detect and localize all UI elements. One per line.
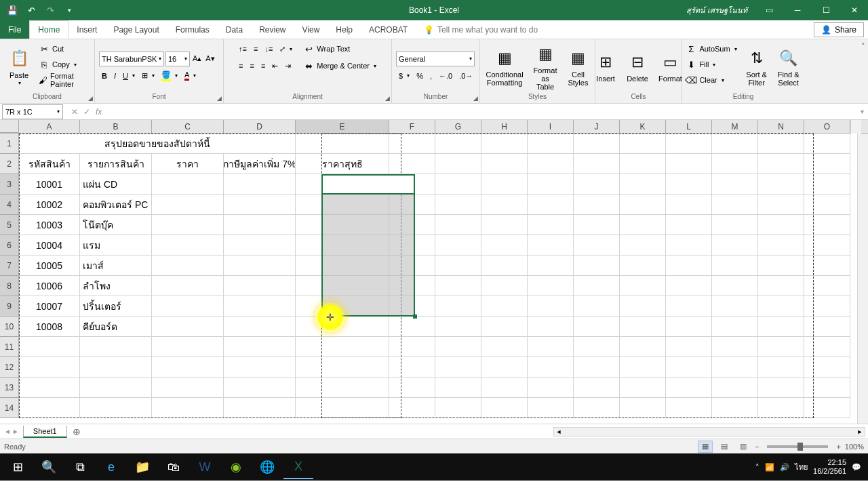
collapse-ribbon-button[interactable]: ˄ bbox=[861, 42, 865, 51]
cell-L6[interactable] bbox=[666, 235, 712, 256]
row-header-2[interactable]: 2 bbox=[0, 154, 19, 174]
cell-E7[interactable] bbox=[296, 256, 389, 276]
cell-I12[interactable] bbox=[528, 357, 574, 378]
zoom-out-button[interactable]: − bbox=[755, 443, 759, 451]
cell-A4[interactable]: 10002 bbox=[19, 195, 80, 215]
cell-J3[interactable] bbox=[574, 174, 620, 195]
cell-I1[interactable] bbox=[528, 134, 574, 154]
cell-F12[interactable] bbox=[389, 357, 435, 378]
cell-K2[interactable] bbox=[620, 154, 666, 174]
file-explorer-icon[interactable]: 📁 bbox=[127, 455, 157, 479]
sheet-tab-sheet1[interactable]: Sheet1 bbox=[23, 426, 67, 438]
cell-K11[interactable] bbox=[620, 337, 666, 357]
align-bottom-button[interactable]: ↓≡ bbox=[262, 41, 275, 56]
cell-D10[interactable] bbox=[224, 317, 296, 337]
cell-G6[interactable] bbox=[435, 235, 481, 256]
pagebreak-view-button[interactable]: ▥ bbox=[736, 441, 751, 453]
cell-H6[interactable] bbox=[481, 235, 528, 256]
copy-button[interactable]: ⎘Copy▾ bbox=[36, 57, 90, 72]
cell-N7[interactable] bbox=[758, 256, 804, 276]
cell-O11[interactable] bbox=[804, 337, 850, 357]
excel-icon[interactable]: X bbox=[283, 455, 313, 479]
tray-network-icon[interactable]: 📶 bbox=[765, 463, 774, 472]
col-header-A[interactable]: A bbox=[19, 120, 80, 133]
alignment-launcher[interactable]: ◢ bbox=[385, 95, 390, 102]
cell-M6[interactable] bbox=[712, 235, 758, 256]
cell-J5[interactable] bbox=[574, 215, 620, 235]
zoom-value[interactable]: 100% bbox=[845, 443, 864, 451]
cell-C5[interactable] bbox=[152, 215, 224, 235]
cell-K7[interactable] bbox=[620, 256, 666, 276]
formula-input[interactable] bbox=[102, 104, 856, 119]
cell-J6[interactable] bbox=[574, 235, 620, 256]
tray-language-icon[interactable]: ไทย bbox=[795, 461, 808, 473]
cell-K8[interactable] bbox=[620, 276, 666, 296]
italic-button[interactable]: I bbox=[111, 68, 119, 83]
cell-H12[interactable] bbox=[481, 357, 528, 378]
cell-O6[interactable] bbox=[804, 235, 850, 256]
cell-C8[interactable] bbox=[152, 276, 224, 296]
cell-H4[interactable] bbox=[481, 195, 528, 215]
cell-F8[interactable] bbox=[389, 276, 435, 296]
increase-decimal-button[interactable]: ←.0 bbox=[436, 68, 455, 83]
font-size-select[interactable]: 16▾ bbox=[165, 52, 190, 66]
cell-E6[interactable] bbox=[296, 235, 389, 256]
cell-N9[interactable] bbox=[758, 296, 804, 317]
cell-H2[interactable] bbox=[481, 154, 528, 174]
cell-I8[interactable] bbox=[528, 276, 574, 296]
font-launcher[interactable]: ◢ bbox=[217, 95, 222, 102]
tab-help[interactable]: Help bbox=[328, 20, 361, 39]
cell-E9[interactable] bbox=[296, 296, 389, 317]
cell-A13[interactable] bbox=[19, 378, 80, 398]
cell-F4[interactable] bbox=[389, 195, 435, 215]
cell-F7[interactable] bbox=[389, 256, 435, 276]
font-name-select[interactable]: TH SarabunPSK▾ bbox=[99, 52, 164, 66]
tell-me[interactable]: 💡Tell me what you want to do bbox=[416, 20, 546, 39]
sort-filter-button[interactable]: ⇅Sort & Filter bbox=[742, 41, 772, 93]
comma-button[interactable]: , bbox=[427, 68, 435, 83]
cell-K5[interactable] bbox=[620, 215, 666, 235]
cell-D14[interactable] bbox=[224, 398, 296, 418]
tray-expand-icon[interactable]: ˄ bbox=[755, 463, 760, 472]
fill-color-button[interactable]: 🪣▾ bbox=[159, 68, 180, 83]
cell-I4[interactable] bbox=[528, 195, 574, 215]
cell-H7[interactable] bbox=[481, 256, 528, 276]
align-right-button[interactable]: ≡ bbox=[258, 58, 268, 73]
task-view-button[interactable]: ⧉ bbox=[65, 455, 95, 479]
cell-D8[interactable] bbox=[224, 276, 296, 296]
cell-B14[interactable] bbox=[80, 398, 152, 418]
orientation-button[interactable]: ⤢▾ bbox=[277, 41, 295, 56]
number-launcher[interactable]: ◢ bbox=[473, 95, 478, 102]
delete-cells-button[interactable]: ⊟Delete bbox=[623, 41, 652, 93]
vertical-scrollbar[interactable] bbox=[857, 134, 868, 424]
cell-A14[interactable] bbox=[19, 398, 80, 418]
row-header-1[interactable]: 1 bbox=[0, 134, 19, 154]
cell-H14[interactable] bbox=[481, 398, 528, 418]
cell-K4[interactable] bbox=[620, 195, 666, 215]
tab-pagelayout[interactable]: Page Layout bbox=[105, 20, 167, 39]
cell-J8[interactable] bbox=[574, 276, 620, 296]
row-header-4[interactable]: 4 bbox=[0, 195, 19, 215]
close-button[interactable]: ✕ bbox=[841, 0, 868, 20]
cell-E10[interactable] bbox=[296, 317, 389, 337]
cell-I9[interactable] bbox=[528, 296, 574, 317]
cell-G13[interactable] bbox=[435, 378, 481, 398]
cell-K3[interactable] bbox=[620, 174, 666, 195]
format-painter-button[interactable]: 🖌Format Painter bbox=[36, 73, 90, 87]
col-header-B[interactable]: B bbox=[80, 120, 152, 133]
cell-F6[interactable] bbox=[389, 235, 435, 256]
insert-cells-button[interactable]: ⊞Insert bbox=[591, 41, 620, 93]
cell-M7[interactable] bbox=[712, 256, 758, 276]
cell-K9[interactable] bbox=[620, 296, 666, 317]
add-sheet-button[interactable]: ⊕ bbox=[67, 426, 86, 437]
currency-button[interactable]: $▾ bbox=[396, 68, 412, 83]
name-box[interactable]: 7R x 1C▾ bbox=[2, 104, 63, 119]
cell-D5[interactable] bbox=[224, 215, 296, 235]
cell-B13[interactable] bbox=[80, 378, 152, 398]
chrome-icon[interactable]: 🌐 bbox=[252, 455, 282, 479]
align-top-button[interactable]: ↑≡ bbox=[236, 41, 250, 56]
cell-F3[interactable] bbox=[389, 174, 435, 195]
cell-O3[interactable] bbox=[804, 174, 850, 195]
cell-L12[interactable] bbox=[666, 357, 712, 378]
fx-icon[interactable]: fx bbox=[96, 107, 102, 117]
